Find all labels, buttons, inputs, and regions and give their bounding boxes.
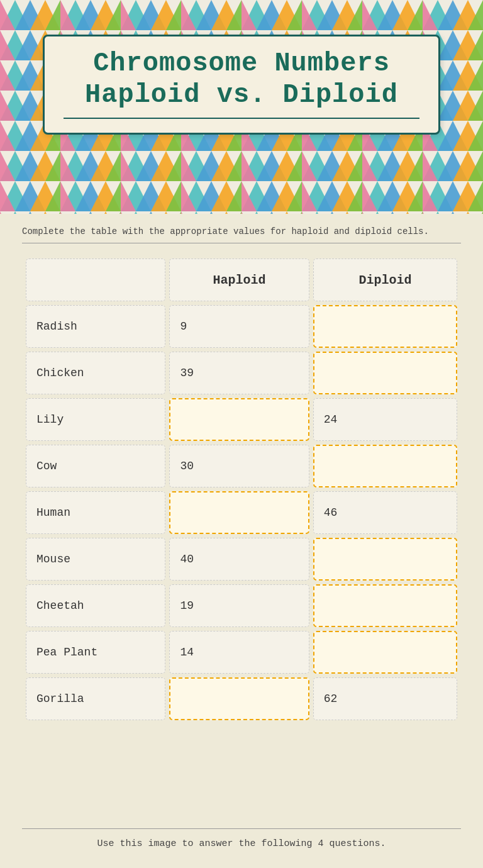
organism-label: Human [26,491,165,534]
haploid-cell: 39 [169,352,309,394]
table-row: Lily24 [26,398,457,441]
haploid-cell: 19 [169,584,309,627]
diploid-value: 62 [313,677,457,720]
table-row: Chicken39 [26,352,457,394]
col-header-haploid: Haploid [169,259,309,301]
organism-cell: Pea Plant [26,631,165,674]
haploid-input-blank[interactable] [169,491,309,534]
instruction-text: Complete the table with the appropriate … [22,226,461,243]
table-row: Mouse40 [26,538,457,581]
bottom-area: Use this image to answer the following 4… [0,819,483,868]
haploid-value: 19 [169,584,309,627]
chromosome-table: Haploid Diploid Radish9Chicken39Lily24Co… [22,255,461,724]
bottom-instruction-text: Use this image to answer the following 4… [22,828,461,849]
table-row: Radish9 [26,305,457,348]
organism-cell: Cheetah [26,584,165,627]
table-row: Gorilla62 [26,677,457,720]
haploid-cell: 9 [169,305,309,348]
diploid-cell[interactable] [313,584,457,627]
diploid-cell[interactable] [313,305,457,348]
organism-label: Chicken [26,352,165,394]
content-area: Complete the table with the appropriate … [0,214,483,819]
organism-cell: Cow [26,445,165,487]
haploid-header-cell: Haploid [169,259,309,301]
haploid-value: 30 [169,445,309,487]
top-banner: Chromosome Numbers Haploid vs. Diploid [0,0,483,214]
diploid-input-blank[interactable] [313,445,457,487]
diploid-input-blank[interactable] [313,631,457,674]
organism-label: Cheetah [26,584,165,627]
haploid-cell[interactable] [169,491,309,534]
haploid-cell: 30 [169,445,309,487]
diploid-cell: 62 [313,677,457,720]
organism-cell: Human [26,491,165,534]
organism-label: Lily [26,398,165,441]
diploid-input-blank[interactable] [313,538,457,581]
diploid-header-cell: Diploid [313,259,457,301]
organism-label: Mouse [26,538,165,581]
page-container: Chromosome Numbers Haploid vs. Diploid C… [0,0,483,868]
page-title-line2: Haploid vs. Diploid [64,79,419,111]
haploid-value: 40 [169,538,309,581]
diploid-cell: 46 [313,491,457,534]
col-header-organism [26,259,165,301]
organism-label: Gorilla [26,677,165,720]
diploid-cell[interactable] [313,631,457,674]
diploid-value: 24 [313,398,457,441]
diploid-value: 46 [313,491,457,534]
organism-header-cell [26,259,165,301]
organism-cell: Chicken [26,352,165,394]
haploid-value: 39 [169,352,309,394]
diploid-cell[interactable] [313,445,457,487]
haploid-cell: 40 [169,538,309,581]
diploid-input-blank[interactable] [313,305,457,348]
organism-label: Cow [26,445,165,487]
page-title-line1: Chromosome Numbers [64,48,419,79]
organism-cell: Gorilla [26,677,165,720]
table-header-row: Haploid Diploid [26,259,457,301]
diploid-input-blank[interactable] [313,352,457,394]
organism-cell: Radish [26,305,165,348]
table-row: Human46 [26,491,457,534]
title-box: Chromosome Numbers Haploid vs. Diploid [43,35,440,135]
col-header-diploid: Diploid [313,259,457,301]
haploid-cell: 14 [169,631,309,674]
haploid-value: 9 [169,305,309,348]
haploid-cell[interactable] [169,677,309,720]
diploid-cell[interactable] [313,538,457,581]
title-underline [64,118,419,119]
table-row: Pea Plant14 [26,631,457,674]
table-row: Cow30 [26,445,457,487]
organism-label: Radish [26,305,165,348]
diploid-cell: 24 [313,398,457,441]
haploid-cell[interactable] [169,398,309,441]
haploid-value: 14 [169,631,309,674]
organism-cell: Lily [26,398,165,441]
organism-label: Pea Plant [26,631,165,674]
diploid-cell[interactable] [313,352,457,394]
diploid-input-blank[interactable] [313,584,457,627]
haploid-input-blank[interactable] [169,677,309,720]
haploid-input-blank[interactable] [169,398,309,441]
organism-cell: Mouse [26,538,165,581]
table-row: Cheetah19 [26,584,457,627]
